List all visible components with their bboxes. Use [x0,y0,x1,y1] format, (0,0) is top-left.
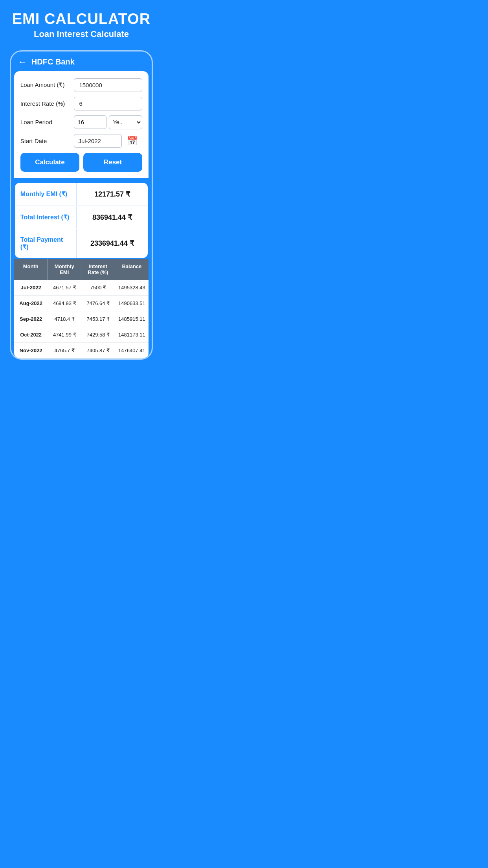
app-subtitle: Loan Interest Calculate [8,29,155,39]
table-header: Month Monthly EMI Interest Rate (%) Bala… [14,259,149,280]
cell-interest: 7429.58 ₹ [81,327,115,342]
cell-emi: 4694.93 ₹ [48,296,81,311]
monthly-emi-row: Monthly EMI (₹) 12171.57 ₹ [15,183,148,206]
loan-period-input[interactable] [74,115,106,129]
total-interest-row: Total Interest (₹) 836941.44 ₹ [15,206,148,229]
cell-month: Aug-2022 [14,296,48,311]
calendar-icon[interactable]: 📅 [125,134,139,148]
table-row: Oct-2022 4741.99 ₹ 7429.58 ₹ 1481173.11 [14,327,149,343]
cell-emi: 4765.7 ₹ [48,343,81,358]
cell-balance: 1495328.43 [115,280,149,295]
cell-interest: 7453.17 ₹ [81,311,115,327]
start-date-label: Start Date [20,138,74,144]
date-inputs: 📅 [74,134,142,148]
loan-amount-input[interactable] [74,78,142,92]
cell-month: Oct-2022 [14,327,48,342]
loan-amount-label: Loan Amount (₹) [20,81,74,88]
total-payment-row: Total Payment (₹) 2336941.44 ₹ [15,229,148,258]
total-payment-label: Total Payment (₹) [15,229,77,258]
button-row: Calculate Reset [20,153,142,172]
cell-month: Jul-2022 [14,280,48,295]
cell-balance: 1481173.11 [115,327,149,342]
col-emi: Monthly EMI [48,259,81,280]
period-inputs: Ye.. Mo.. [74,115,142,129]
phone-topbar: ← HDFC Bank [11,51,152,71]
form-card: Loan Amount (₹) Interest Rate (%) Loan P… [14,71,149,178]
cell-month: Sep-2022 [14,311,48,327]
col-balance: Balance [115,259,149,280]
interest-rate-label: Interest Rate (%) [20,100,74,107]
monthly-emi-label: Monthly EMI (₹) [15,183,77,205]
total-interest-label: Total Interest (₹) [15,206,77,228]
cell-emi: 4671.57 ₹ [48,280,81,295]
total-interest-value: 836941.44 ₹ [77,206,148,229]
cell-balance: 1476407.41 [115,343,149,358]
loan-period-unit-select[interactable]: Ye.. Mo.. [109,115,142,129]
table-row: Nov-2022 4765.7 ₹ 7405.87 ₹ 1476407.41 [14,343,149,359]
cell-interest: 7405.87 ₹ [81,343,115,358]
loan-period-label: Loan Period [20,119,74,125]
header-section: EMI CALCULATOR Loan Interest Calculate [0,0,163,43]
table-row: Aug-2022 4694.93 ₹ 7476.64 ₹ 1490633.51 [14,296,149,311]
loan-period-row: Loan Period Ye.. Mo.. [20,115,142,129]
phone-frame: ← HDFC Bank Loan Amount (₹) Interest Rat… [10,50,153,360]
table-row: Jul-2022 4671.57 ₹ 7500 ₹ 1495328.43 [14,280,149,296]
start-date-row: Start Date 📅 [20,134,142,148]
monthly-emi-value: 12171.57 ₹ [77,183,148,206]
calculate-button[interactable]: Calculate [20,153,79,172]
bank-name: HDFC Bank [31,57,75,66]
interest-rate-input[interactable] [74,97,142,110]
loan-amount-row: Loan Amount (₹) [20,78,142,92]
col-interest: Interest Rate (%) [81,259,115,280]
cell-balance: 1490633.51 [115,296,149,311]
results-card: Monthly EMI (₹) 12171.57 ₹ Total Interes… [14,182,149,259]
cell-balance: 1485915.11 [115,311,149,327]
total-payment-value: 2336941.44 ₹ [77,232,148,255]
reset-button[interactable]: Reset [83,153,142,172]
interest-rate-row: Interest Rate (%) [20,97,142,110]
start-date-input[interactable] [74,134,122,148]
cell-month: Nov-2022 [14,343,48,358]
cell-emi: 4741.99 ₹ [48,327,81,342]
cell-interest: 7476.64 ₹ [81,296,115,311]
app-title: EMI CALCULATOR [8,11,155,28]
table-row: Sep-2022 4718.4 ₹ 7453.17 ₹ 1485915.11 [14,311,149,327]
amortization-table: Month Monthly EMI Interest Rate (%) Bala… [14,259,149,359]
col-month: Month [14,259,48,280]
back-arrow-icon[interactable]: ← [18,57,27,67]
cell-interest: 7500 ₹ [81,280,115,295]
cell-emi: 4718.4 ₹ [48,311,81,327]
